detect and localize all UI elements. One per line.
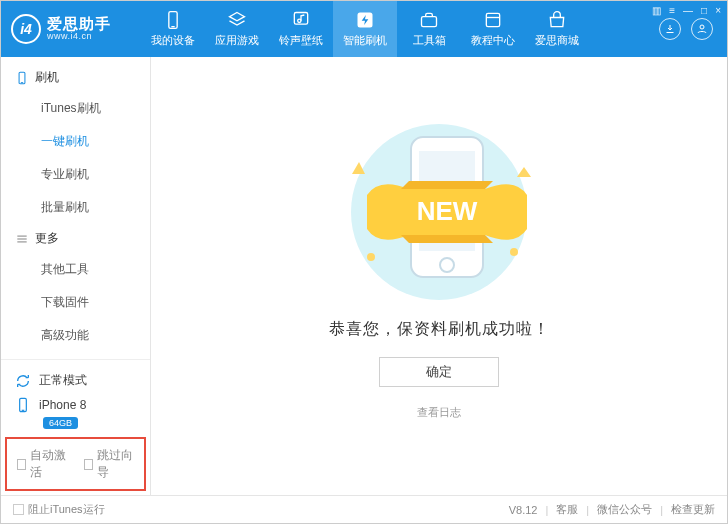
brand-name: 爱思助手: [47, 16, 111, 33]
top-nav: 我的设备应用游戏铃声壁纸智能刷机工具箱教程中心爱思商城: [141, 1, 589, 57]
device-row[interactable]: iPhone 8: [1, 393, 150, 417]
sidebar: 刷机iTunes刷机一键刷机专业刷机批量刷机更多其他工具下载固件高级功能 正常模…: [1, 57, 151, 495]
svg-rect-9: [19, 72, 25, 84]
sidebar-item[interactable]: 高级功能: [1, 319, 150, 352]
apps-icon: [227, 10, 247, 30]
brand-icon: i4: [11, 14, 41, 44]
footer-link-support[interactable]: 客服: [556, 502, 578, 517]
nav-apps[interactable]: 应用游戏: [205, 1, 269, 57]
close-button[interactable]: ×: [715, 5, 721, 16]
nav-label: 教程中心: [471, 33, 515, 48]
app-header: i4 爱思助手 www.i4.cn 我的设备应用游戏铃声壁纸智能刷机工具箱教程中…: [1, 1, 727, 57]
svg-marker-18: [517, 167, 531, 177]
svg-marker-25: [401, 181, 493, 189]
minimize-button[interactable]: —: [683, 5, 693, 16]
status-bar: 阻止iTunes运行 V8.12 | 客服 | 微信公众号 | 检查更新: [1, 495, 727, 523]
sidebar-item[interactable]: iTunes刷机: [1, 92, 150, 125]
group-title: 更多: [35, 230, 59, 247]
option-label: 跳过向导: [97, 447, 134, 481]
nav-label: 智能刷机: [343, 33, 387, 48]
sidebar-group-header[interactable]: 更多: [1, 224, 150, 253]
svg-point-19: [367, 253, 375, 261]
success-illustration: NEW: [319, 117, 559, 307]
block-itunes-label: 阻止iTunes运行: [28, 502, 105, 517]
nav-label: 我的设备: [151, 33, 195, 48]
block-itunes-checkbox[interactable]: 阻止iTunes运行: [13, 502, 105, 517]
sidebar-item[interactable]: 下载固件: [1, 286, 150, 319]
nav-label: 铃声壁纸: [279, 33, 323, 48]
new-ribbon-text: NEW: [417, 196, 478, 226]
sidebar-item[interactable]: 专业刷机: [1, 158, 150, 191]
menu-button[interactable]: ≡: [669, 5, 675, 16]
mode-row[interactable]: 正常模式: [1, 368, 150, 393]
option-checkbox[interactable]: 自动激活: [17, 447, 68, 481]
main-panel: NEW 恭喜您，保资料刷机成功啦！ 确定 查看日志: [151, 57, 727, 495]
maximize-button[interactable]: □: [701, 5, 707, 16]
svg-rect-14: [20, 398, 27, 411]
mode-label: 正常模式: [39, 372, 87, 389]
brand-url: www.i4.cn: [47, 32, 111, 42]
nav-book[interactable]: 教程中心: [461, 1, 525, 57]
nav-phone[interactable]: 我的设备: [141, 1, 205, 57]
download-button[interactable]: [659, 18, 681, 40]
success-message: 恭喜您，保资料刷机成功啦！: [151, 319, 727, 340]
confirm-button[interactable]: 确定: [379, 357, 499, 387]
options-box: 自动激活跳过向导: [5, 437, 146, 491]
sidebar-group-header[interactable]: 刷机: [1, 63, 150, 92]
music-icon: [291, 10, 311, 30]
option-label: 自动激活: [30, 447, 67, 481]
svg-point-8: [700, 25, 704, 29]
account-button[interactable]: [691, 18, 713, 40]
nav-label: 爱思商城: [535, 33, 579, 48]
svg-marker-26: [401, 235, 493, 243]
svg-point-20: [510, 248, 518, 256]
toolbox-icon: [419, 10, 439, 30]
nav-flash[interactable]: 智能刷机: [333, 1, 397, 57]
shop-icon: [547, 10, 567, 30]
svg-rect-6: [486, 13, 499, 26]
nav-label: 工具箱: [413, 33, 446, 48]
skin-button[interactable]: ▥: [652, 5, 661, 16]
group-title: 刷机: [35, 69, 59, 86]
phone-icon: [163, 10, 183, 30]
footer-link-wechat[interactable]: 微信公众号: [597, 502, 652, 517]
nav-toolbox[interactable]: 工具箱: [397, 1, 461, 57]
version-label: V8.12: [509, 504, 538, 516]
option-checkbox[interactable]: 跳过向导: [84, 447, 135, 481]
device-capacity-badge: 64GB: [43, 417, 78, 429]
sidebar-item[interactable]: 一键刷机: [1, 125, 150, 158]
view-log-link[interactable]: 查看日志: [151, 405, 727, 420]
brand: i4 爱思助手 www.i4.cn: [1, 14, 141, 44]
footer-link-update[interactable]: 检查更新: [671, 502, 715, 517]
book-icon: [483, 10, 503, 30]
nav-music[interactable]: 铃声壁纸: [269, 1, 333, 57]
window-controls: ▥≡—□×: [652, 5, 721, 16]
svg-rect-0: [169, 12, 177, 29]
sidebar-item[interactable]: 批量刷机: [1, 191, 150, 224]
sidebar-item[interactable]: 其他工具: [1, 253, 150, 286]
device-name: iPhone 8: [39, 398, 86, 412]
svg-rect-5: [422, 17, 437, 27]
flash-icon: [355, 10, 375, 30]
nav-shop[interactable]: 爱思商城: [525, 1, 589, 57]
nav-label: 应用游戏: [215, 33, 259, 48]
